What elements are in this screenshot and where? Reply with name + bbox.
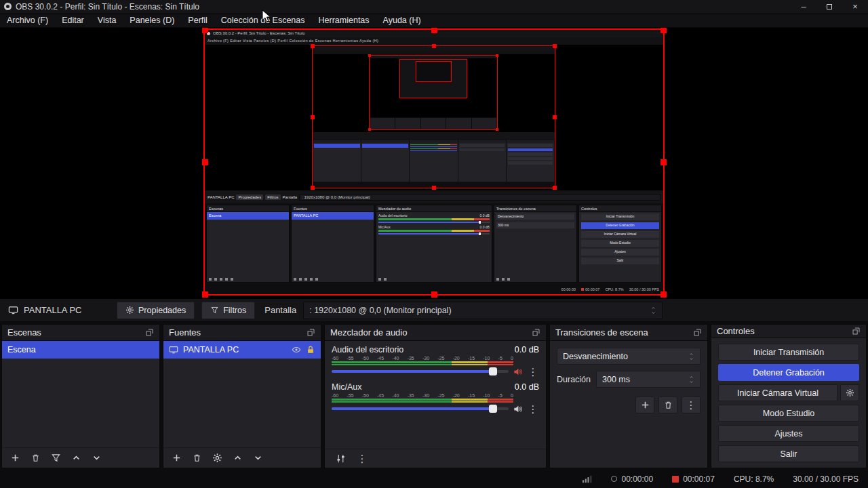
source-properties-button[interactable] — [208, 450, 226, 466]
add-transition-button[interactable] — [635, 396, 654, 413]
resize-handle-top-right[interactable] — [660, 28, 667, 33]
popout-icon[interactable] — [852, 327, 861, 336]
screen-select[interactable]: : 1920x1080 @ 0,0 (Monitor principal) — [303, 302, 663, 319]
scene-up-button[interactable] — [67, 450, 85, 466]
gear-icon — [125, 306, 134, 314]
advanced-audio-button[interactable] — [332, 451, 349, 467]
resize-handle-right[interactable] — [660, 159, 667, 165]
sources-dock: Fuentes PANTALLA PC — [163, 324, 321, 468]
visibility-eye-icon[interactable] — [292, 345, 301, 354]
tick-label: -50 — [362, 393, 369, 398]
lock-icon[interactable] — [306, 345, 315, 354]
menu-coleccion-escenas[interactable]: Colección de Escenas — [214, 14, 312, 28]
start-virtual-camera-button[interactable]: Iniciar Cámara Virtual — [718, 384, 837, 401]
volume-slider[interactable] — [332, 407, 509, 410]
screen-select-spin[interactable] — [650, 306, 656, 315]
mixer-channel-mic: Mic/Aux 0.0 dB -60-55-50-45-40-35-30-25-… — [332, 382, 539, 415]
speaker-icon[interactable] — [513, 404, 523, 414]
tick-label: -35 — [408, 356, 414, 361]
controls-dock-header: Controles — [711, 325, 866, 338]
preview-l3-canvas — [399, 59, 467, 98]
resize-handle-bottom-left[interactable] — [202, 291, 208, 298]
transition-select-value: Desvanecimiento — [563, 352, 628, 361]
add-scene-button[interactable] — [6, 450, 24, 466]
chevron-up-icon — [71, 453, 81, 463]
source-down-button[interactable] — [249, 450, 267, 466]
channel-level: 0.0 dB — [515, 382, 539, 392]
mixer-channel-desktop: Audio del escritorio 0.0 dB -60-55-50-45… — [332, 345, 539, 378]
menu-vista[interactable]: Vista — [91, 14, 123, 28]
minimize-button[interactable]: – — [791, 0, 816, 13]
menu-herramientas[interactable]: Herramientas — [312, 14, 376, 28]
virtual-camera-settings-button[interactable] — [840, 384, 859, 401]
tick-label: -30 — [422, 393, 429, 398]
channel-menu-kebab-icon[interactable]: ⋮ — [527, 404, 539, 414]
popout-icon[interactable] — [693, 328, 702, 337]
duration-spin[interactable] — [688, 375, 694, 384]
tick-label: -30 — [422, 356, 429, 361]
mute-speaker-icon[interactable] — [513, 367, 523, 377]
add-source-button[interactable] — [167, 450, 185, 466]
channel-menu-kebab-icon[interactable]: ⋮ — [527, 367, 539, 377]
scene-item[interactable]: Escena — [2, 341, 159, 359]
exit-button[interactable]: Salir — [718, 445, 859, 462]
source-up-button[interactable] — [229, 450, 246, 466]
resize-handle-bottom[interactable] — [431, 291, 437, 298]
remove-scene-button[interactable] — [26, 450, 44, 466]
properties-button[interactable]: Propiedades — [117, 302, 195, 319]
selected-source-name: PANTALLA PC — [24, 305, 82, 315]
remove-transition-button[interactable] — [658, 396, 677, 413]
volume-slider[interactable] — [332, 370, 509, 373]
network-status — [582, 474, 592, 484]
maximize-button[interactable] — [816, 0, 842, 13]
transition-menu-button[interactable]: ⋮ — [682, 396, 701, 413]
monitor-icon — [8, 305, 18, 315]
popout-icon[interactable] — [145, 328, 154, 337]
resize-handle-top-left[interactable] — [202, 28, 208, 33]
scenes-dock-title: Escenas — [7, 327, 41, 338]
transition-select-spin[interactable] — [688, 352, 694, 361]
duration-input[interactable]: 300 ms — [596, 371, 701, 388]
menu-perfil[interactable]: Perfil — [181, 14, 214, 28]
menu-ayuda[interactable]: Ayuda (H) — [376, 14, 428, 28]
preview-l3-window — [370, 56, 497, 129]
source-canvas[interactable]: OBS 30.0.2 - Perfil: Sin Título - Escena… — [203, 28, 665, 296]
recording-indicator-icon — [672, 476, 679, 483]
slider-knob[interactable] — [489, 405, 497, 413]
trash-icon — [31, 453, 41, 463]
scene-down-button[interactable] — [87, 450, 105, 466]
tick-label: -50 — [362, 356, 369, 361]
studio-mode-button[interactable]: Modo Estudio — [718, 405, 859, 422]
resize-handle-left[interactable] — [202, 159, 208, 165]
popout-icon[interactable] — [532, 328, 540, 337]
kebab-icon: ⋮ — [685, 400, 697, 410]
scene-item-label: Escena — [7, 345, 36, 354]
stop-recording-button[interactable]: Detener Grabación — [718, 364, 859, 381]
source-item[interactable]: PANTALLA PC — [163, 341, 321, 359]
close-button[interactable]: × — [842, 0, 868, 13]
start-streaming-button[interactable]: Iniciar Transmisión — [718, 344, 859, 361]
preview-l1-handle — [311, 186, 315, 190]
transition-select[interactable]: Desvanecimiento — [557, 348, 701, 365]
resize-handle-top[interactable] — [431, 28, 437, 33]
remove-source-button[interactable] — [188, 450, 205, 466]
settings-button[interactable]: Ajustes — [718, 425, 859, 442]
tick-label: -45 — [377, 393, 384, 398]
tick-label: 0 — [511, 356, 513, 361]
filters-button[interactable]: Filtros — [201, 302, 255, 319]
window-title: OBS 30.0.2 - Perfil: Sin Título - Escena… — [16, 2, 199, 12]
resize-handle-bottom-right[interactable] — [660, 291, 667, 298]
preview-l3-docks — [370, 117, 497, 129]
menu-archivo[interactable]: Archivo (F) — [0, 14, 55, 28]
preview-l1-handle — [553, 186, 557, 190]
preview-area[interactable]: OBS 30.0.2 - Perfil: Sin Título - Escena… — [0, 28, 868, 299]
popout-icon[interactable] — [307, 328, 315, 337]
mixer-menu-kebab-icon[interactable]: ⋮ — [356, 453, 368, 464]
tick-label: -55 — [347, 356, 353, 361]
slider-knob[interactable] — [489, 367, 497, 375]
scene-filters-button[interactable] — [47, 450, 64, 466]
preview-l1-handle — [432, 44, 436, 48]
preview-l2-toolbar — [313, 132, 555, 139]
menu-editar[interactable]: Editar — [55, 14, 91, 28]
menu-paneles[interactable]: Paneles (D) — [123, 14, 181, 28]
